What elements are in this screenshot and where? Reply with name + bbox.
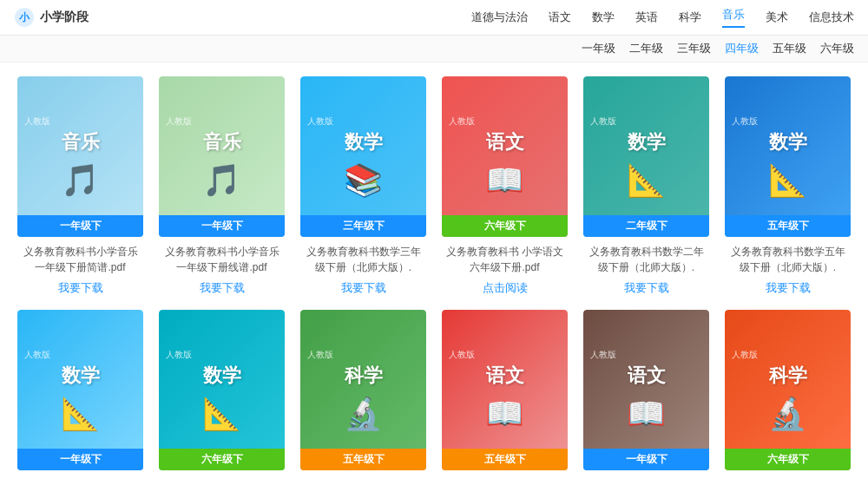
book-cover: 人教版 科学 🔬 六年级下 bbox=[725, 310, 851, 470]
header: 小 小学阶段 道德与法治语文数学英语科学音乐美术信息技术 bbox=[0, 0, 868, 36]
logo-icon: 小 bbox=[14, 7, 35, 28]
book-full-title: 义务教育教科书小学音乐一年级下册简谱.pdf bbox=[20, 244, 141, 275]
book-badge: 六年级下 bbox=[725, 449, 851, 470]
nav-item-美术[interactable]: 美术 bbox=[766, 10, 788, 25]
book-badge: 五年级下 bbox=[300, 449, 426, 470]
grade-item-五年级[interactable]: 五年级 bbox=[773, 41, 806, 56]
book-cover: 人教版 数学 📐 五年级下 bbox=[725, 76, 851, 237]
book-badge: 一年级下 bbox=[17, 449, 143, 470]
book-title-overlay: 数学 bbox=[345, 129, 383, 155]
grade-item-四年级[interactable]: 四年级 bbox=[725, 41, 759, 56]
book-action-read[interactable]: 点击阅读 bbox=[483, 280, 528, 296]
book-figure: 🔬 bbox=[344, 396, 383, 432]
nav-item-数学[interactable]: 数学 bbox=[592, 10, 615, 25]
book-action-download[interactable]: 我要下载 bbox=[766, 280, 811, 296]
grade-item-一年级[interactable]: 一年级 bbox=[582, 41, 615, 56]
nav-item-信息技术[interactable]: 信息技术 bbox=[809, 10, 854, 25]
grade-item-三年级[interactable]: 三年级 bbox=[677, 41, 711, 56]
book-title-overlay: 科学 bbox=[345, 363, 383, 389]
book-item: 人教版 数学 📐 六年级下 义务教育教科书数学六年级下册（北师大版）. 我要下载 bbox=[155, 310, 288, 479]
grade-item-二年级[interactable]: 二年级 bbox=[629, 41, 663, 56]
book-figure: 📐 bbox=[627, 162, 666, 199]
book-item: 人教版 数学 📐 二年级下 义务教育教科书数学二年级下册（北师大版）. 我要下载 bbox=[580, 76, 713, 296]
book-inner: 人教版 数学 📐 bbox=[159, 310, 285, 470]
book-item: 人教版 数学 📚 三年级下 义务教育教科书数学三年级下册（北师大版）. 我要下载 bbox=[297, 76, 430, 296]
book-figure: 🎵 bbox=[61, 162, 100, 199]
book-action-download[interactable]: 我要下载 bbox=[341, 280, 386, 296]
book-inner: 人教版 音乐 🎵 bbox=[17, 76, 143, 237]
book-figure: 📖 bbox=[485, 396, 524, 432]
nav-item-语文[interactable]: 语文 bbox=[549, 10, 571, 25]
book-figure: 📐 bbox=[61, 396, 100, 432]
book-badge: 二年级下 bbox=[583, 215, 709, 237]
book-badge: 五年级下 bbox=[442, 449, 568, 470]
nav-item-英语[interactable]: 英语 bbox=[635, 10, 658, 25]
book-badge: 一年级下 bbox=[159, 215, 285, 237]
logo: 小 小学阶段 bbox=[14, 7, 89, 28]
book-full-title: 义务教育教科书小学音乐一年级下册线谱.pdf bbox=[161, 244, 283, 275]
book-figure: 🔬 bbox=[768, 396, 807, 432]
book-item: 人教版 语文 📖 五年级下 义务教育教科书 小学语文 五年级下册.pdf 点击阅… bbox=[438, 310, 571, 479]
book-figure: 📚 bbox=[344, 162, 383, 199]
book-inner: 人教版 语文 📖 bbox=[583, 310, 709, 470]
svg-text:小: 小 bbox=[18, 11, 30, 23]
book-item: 人教版 科学 🔬 五年级下 义务教育教科书 科学 小学五年级下册（教科 我要下载 bbox=[297, 310, 430, 479]
book-figure: 📐 bbox=[768, 162, 807, 199]
book-grid: 人教版 音乐 🎵 一年级下 义务教育教科书小学音乐一年级下册简谱.pdf 我要下… bbox=[14, 76, 854, 479]
book-figure: 📐 bbox=[202, 396, 241, 432]
book-item: 人教版 语文 📖 六年级下 义务教育教科书 小学语文 六年级下册.pdf 点击阅… bbox=[438, 76, 571, 296]
book-title-overlay: 科学 bbox=[769, 363, 807, 389]
book-badge: 六年级下 bbox=[442, 215, 568, 237]
nav-item-音乐[interactable]: 音乐 bbox=[722, 7, 745, 28]
main-nav: 道德与法治语文数学英语科学音乐美术信息技术 bbox=[471, 7, 854, 28]
book-figure: 📖 bbox=[485, 162, 524, 199]
book-cover: 人教版 音乐 🎵 一年级下 bbox=[159, 76, 285, 237]
nav-item-科学[interactable]: 科学 bbox=[679, 10, 701, 25]
book-item: 人教版 科学 🔬 六年级下 义务教育教科书 科学 小学六年级下册（教科 我要下载 bbox=[721, 310, 854, 479]
book-figure: 📖 bbox=[627, 396, 666, 432]
book-inner: 人教版 数学 📚 bbox=[300, 76, 426, 237]
book-action-download[interactable]: 我要下载 bbox=[58, 280, 103, 296]
book-inner: 人教版 数学 📐 bbox=[583, 76, 709, 237]
book-cover: 人教版 音乐 🎵 一年级下 bbox=[17, 76, 143, 237]
book-item: 人教版 数学 📐 一年级下 义务教育教科书数学一年级下册（北师大版）. 我要下载 bbox=[14, 310, 147, 479]
book-title-overlay: 音乐 bbox=[62, 129, 100, 155]
book-action-download[interactable]: 我要下载 bbox=[624, 280, 669, 296]
book-title-overlay: 语文 bbox=[486, 363, 524, 389]
book-title-overlay: 数学 bbox=[203, 363, 241, 389]
book-full-title: 义务教育教科书数学二年级下册（北师大版）. bbox=[586, 244, 707, 275]
book-badge: 五年级下 bbox=[725, 215, 851, 237]
book-item: 人教版 音乐 🎵 一年级下 义务教育教科书小学音乐一年级下册简谱.pdf 我要下… bbox=[14, 76, 147, 296]
book-inner: 人教版 音乐 🎵 bbox=[159, 76, 285, 237]
book-badge: 一年级下 bbox=[583, 449, 709, 470]
book-item: 人教版 音乐 🎵 一年级下 义务教育教科书小学音乐一年级下册线谱.pdf 我要下… bbox=[155, 76, 288, 296]
nav-item-道德与法治[interactable]: 道德与法治 bbox=[471, 10, 528, 25]
book-cover: 人教版 数学 📐 六年级下 bbox=[159, 310, 285, 470]
book-title-overlay: 数学 bbox=[628, 129, 666, 155]
book-title-overlay: 音乐 bbox=[203, 129, 241, 155]
grade-nav: 一年级二年级三年级四年级五年级六年级 bbox=[0, 36, 868, 62]
book-full-title: 义务教育教科书数学三年级下册（北师大版）. bbox=[303, 244, 424, 275]
book-cover: 人教版 语文 📖 五年级下 bbox=[442, 310, 568, 470]
book-title-overlay: 语文 bbox=[628, 363, 666, 389]
book-item: 人教版 语文 📖 一年级下 义务教育教科书 小学语文 一年级下册.pdf 点击阅… bbox=[580, 310, 713, 479]
book-full-title: 义务教育教科书 小学语文 六年级下册.pdf bbox=[444, 244, 566, 275]
book-badge: 一年级下 bbox=[17, 215, 143, 237]
book-figure: 🎵 bbox=[202, 162, 241, 199]
book-inner: 人教版 科学 🔬 bbox=[725, 310, 851, 470]
book-badge: 六年级下 bbox=[159, 449, 285, 470]
book-badge: 三年级下 bbox=[300, 215, 426, 237]
book-cover: 人教版 数学 📐 二年级下 bbox=[583, 76, 709, 237]
book-inner: 人教版 语文 📖 bbox=[442, 76, 568, 237]
grade-item-六年级[interactable]: 六年级 bbox=[820, 41, 854, 56]
book-cover: 人教版 语文 📖 一年级下 bbox=[583, 310, 709, 470]
book-inner: 人教版 数学 📐 bbox=[17, 310, 143, 470]
book-cover: 人教版 数学 📚 三年级下 bbox=[300, 76, 426, 237]
book-inner: 人教版 语文 📖 bbox=[442, 310, 568, 470]
book-full-title: 义务教育教科书数学五年级下册（北师大版）. bbox=[727, 244, 849, 275]
book-inner: 人教版 科学 🔬 bbox=[300, 310, 426, 470]
book-title-overlay: 语文 bbox=[486, 129, 524, 155]
book-title-overlay: 数学 bbox=[62, 363, 100, 389]
book-inner: 人教版 数学 📐 bbox=[725, 76, 851, 237]
book-action-download[interactable]: 我要下载 bbox=[200, 280, 245, 296]
